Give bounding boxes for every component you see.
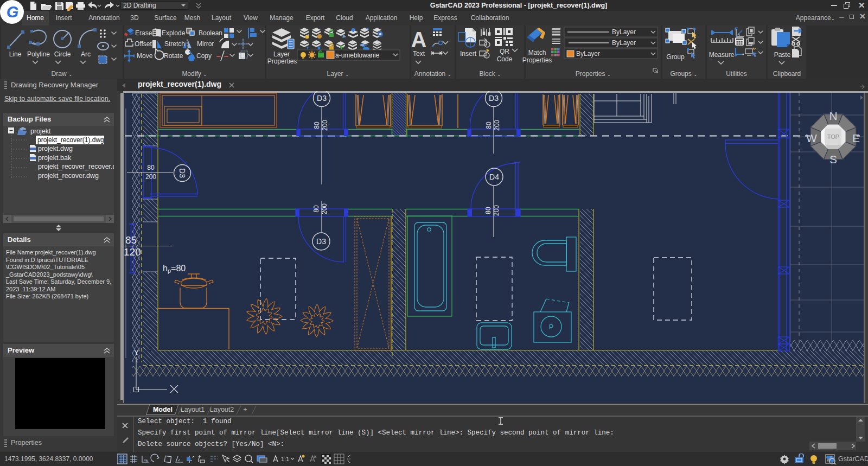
svg-text:120: 120 — [124, 246, 141, 258]
svg-text:80: 80 — [485, 122, 493, 129]
svg-text:Y: Y — [134, 348, 139, 356]
svg-text:200: 200 — [493, 120, 501, 131]
svg-text:projekt_recover(1).dwg: projekt_recover(1).dwg — [37, 136, 104, 144]
svg-text:200: 200 — [145, 173, 156, 181]
svg-text:N: N — [829, 110, 837, 122]
svg-text:80: 80 — [313, 122, 321, 129]
svg-text:80: 80 — [312, 205, 320, 213]
svg-text:D3: D3 — [316, 237, 326, 246]
svg-text:D3: D3 — [178, 168, 187, 178]
svg-text:200: 200 — [321, 203, 328, 214]
svg-text:projekt_recover.dwg: projekt_recover.dwg — [38, 172, 99, 180]
svg-text:P: P — [549, 323, 554, 331]
svg-text:A: A — [411, 28, 427, 52]
svg-text:S: S — [829, 153, 837, 165]
svg-text:hp=80: hp=80 — [163, 264, 186, 274]
svg-text:W: W — [806, 132, 817, 144]
svg-text:projekt.bak: projekt.bak — [38, 154, 72, 162]
svg-text:D3: D3 — [489, 94, 499, 103]
svg-text:D3: D3 — [317, 94, 327, 103]
svg-text:200: 200 — [321, 120, 329, 131]
svg-text:1:1: 1:1 — [281, 456, 289, 462]
svg-text:E: E — [852, 132, 860, 144]
svg-text:projekt.dwg: projekt.dwg — [38, 145, 73, 152]
svg-text:projekt: projekt — [30, 127, 51, 135]
svg-text:projekt_recover_recover.dwg: projekt_recover_recover.dwg — [38, 163, 114, 170]
svg-text:80: 80 — [484, 207, 492, 214]
svg-text:85: 85 — [125, 234, 137, 246]
svg-text:D4: D4 — [489, 173, 499, 181]
svg-text:80: 80 — [147, 164, 155, 171]
svg-text:200: 200 — [493, 205, 500, 216]
svg-text:TOP: TOP — [827, 133, 839, 140]
